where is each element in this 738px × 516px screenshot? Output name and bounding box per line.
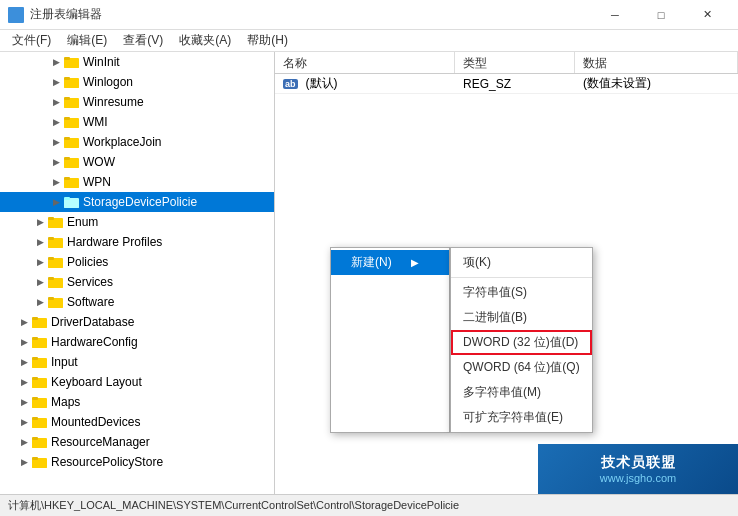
folder-icon xyxy=(64,175,80,189)
submenu-item-k[interactable]: 项(K) xyxy=(451,250,592,275)
tree-item-hardwareConfig[interactable]: ▶ HardwareConfig xyxy=(0,332,274,352)
new-menu-item[interactable]: 新建(N) ▶ xyxy=(331,250,449,275)
folder-icon xyxy=(64,135,80,149)
tree-item-maps[interactable]: ▶ Maps xyxy=(0,392,274,412)
tree-item-label: WPN xyxy=(83,175,111,189)
tree-panel: ▶ WinInit▶ Winlogon▶ Winresume▶ WMI▶ Wor… xyxy=(0,52,275,494)
context-menu-container: 新建(N) ▶ 项(K) 字符串值(S) 二进制值(B) DWORD (32 位… xyxy=(330,247,593,433)
expander-icon[interactable]: ▶ xyxy=(48,134,64,150)
svg-rect-33 xyxy=(48,237,54,240)
svg-rect-2 xyxy=(10,16,15,21)
svg-rect-8 xyxy=(64,80,79,88)
svg-rect-36 xyxy=(48,257,54,260)
maximize-button[interactable]: □ xyxy=(638,0,684,30)
tree-item-wmi[interactable]: ▶ WMI xyxy=(0,112,274,132)
tree-item-label: Enum xyxy=(67,215,98,229)
expander-icon[interactable]: ▶ xyxy=(16,354,32,370)
minimize-button[interactable]: ─ xyxy=(592,0,638,30)
tree-item-label: WorkplaceJoin xyxy=(83,135,161,149)
tree-item-winresume[interactable]: ▶ Winresume xyxy=(0,92,274,112)
submenu-item-e[interactable]: 可扩充字符串值(E) xyxy=(451,405,592,430)
folder-icon xyxy=(64,75,80,89)
expander-icon[interactable]: ▶ xyxy=(32,294,48,310)
col-header-data: 数据 xyxy=(575,52,738,73)
expander-icon[interactable]: ▶ xyxy=(48,154,64,170)
expander-icon[interactable]: ▶ xyxy=(32,274,48,290)
svg-rect-65 xyxy=(32,460,47,468)
tree-item-label: Winlogon xyxy=(83,75,133,89)
folder-icon xyxy=(48,295,64,309)
list-row[interactable]: ab(默认)REG_SZ(数值未设置) xyxy=(275,74,738,94)
expander-icon[interactable]: ▶ xyxy=(16,394,32,410)
tree-item-label: Policies xyxy=(67,255,108,269)
menu-help[interactable]: 帮助(H) xyxy=(239,30,296,51)
tree-item-winInit[interactable]: ▶ WinInit xyxy=(0,52,274,72)
tree-item-label: DriverDatabase xyxy=(51,315,134,329)
folder-icon xyxy=(32,415,48,429)
tree-item-winlogon[interactable]: ▶ Winlogon xyxy=(0,72,274,92)
tree-item-wpn[interactable]: ▶ WPN xyxy=(0,172,274,192)
tree-item-services[interactable]: ▶ Services xyxy=(0,272,274,292)
new-label: 新建(N) xyxy=(351,254,392,271)
tree-item-policies[interactable]: ▶ Policies xyxy=(0,252,274,272)
submenu-item-s[interactable]: 字符串值(S) xyxy=(451,280,592,305)
submenu-item-q[interactable]: QWORD (64 位)值(Q) xyxy=(451,355,592,380)
expander-icon[interactable]: ▶ xyxy=(16,374,32,390)
svg-rect-0 xyxy=(10,9,15,14)
expander-icon[interactable]: ▶ xyxy=(16,334,32,350)
tree-item-mountedDevices[interactable]: ▶ MountedDevices xyxy=(0,412,274,432)
menu-file[interactable]: 文件(F) xyxy=(4,30,59,51)
submenu-item-b[interactable]: 二进制值(B) xyxy=(451,305,592,330)
svg-rect-1 xyxy=(17,9,22,14)
expander-icon[interactable]: ▶ xyxy=(48,174,64,190)
svg-rect-60 xyxy=(32,417,38,420)
title-bar: 注册表编辑器 ─ □ ✕ xyxy=(0,0,738,30)
cell-type: REG_SZ xyxy=(455,75,575,93)
svg-rect-39 xyxy=(48,277,54,280)
tree-item-software[interactable]: ▶ Software xyxy=(0,292,274,312)
expander-icon[interactable]: ▶ xyxy=(32,254,48,270)
tree-item-hardwareProfiles[interactable]: ▶ Hardware Profiles xyxy=(0,232,274,252)
tree-item-resourceManager[interactable]: ▶ ResourceManager xyxy=(0,432,274,452)
tree-item-input[interactable]: ▶ Input xyxy=(0,352,274,372)
expander-icon[interactable]: ▶ xyxy=(48,94,64,110)
expander-icon[interactable]: ▶ xyxy=(48,194,64,210)
svg-rect-45 xyxy=(32,317,38,320)
svg-rect-15 xyxy=(64,117,70,120)
svg-rect-59 xyxy=(32,420,47,428)
expander-icon[interactable]: ▶ xyxy=(32,234,48,250)
folder-icon xyxy=(32,335,48,349)
tree-item-storageDevicePolicies[interactable]: ▶ StorageDevicePolicie xyxy=(0,192,274,212)
svg-rect-44 xyxy=(32,320,47,328)
expander-icon[interactable]: ▶ xyxy=(32,214,48,230)
expander-icon[interactable]: ▶ xyxy=(16,414,32,430)
svg-rect-54 xyxy=(32,377,38,380)
tree-item-enum[interactable]: ▶ Enum xyxy=(0,212,274,232)
expander-icon[interactable]: ▶ xyxy=(48,114,64,130)
close-button[interactable]: ✕ xyxy=(684,0,730,30)
tree-scroll[interactable]: ▶ WinInit▶ Winlogon▶ Winresume▶ WMI▶ Wor… xyxy=(0,52,274,494)
tree-item-driverDatabase[interactable]: ▶ DriverDatabase xyxy=(0,312,274,332)
menu-edit[interactable]: 编辑(E) xyxy=(59,30,115,51)
col-header-name: 名称 xyxy=(275,52,455,73)
tree-item-resourcePolicyStore[interactable]: ▶ ResourcePolicyStore xyxy=(0,452,274,472)
menu-favorites[interactable]: 收藏夹(A) xyxy=(171,30,239,51)
tree-item-wow[interactable]: ▶ WOW xyxy=(0,152,274,172)
expander-icon[interactable]: ▶ xyxy=(48,54,64,70)
expander-icon[interactable]: ▶ xyxy=(16,314,32,330)
folder-icon xyxy=(48,255,64,269)
expander-icon[interactable]: ▶ xyxy=(48,74,64,90)
tree-item-label: MountedDevices xyxy=(51,415,140,429)
svg-rect-6 xyxy=(64,57,70,60)
tree-item-workplaceJoin[interactable]: ▶ WorkplaceJoin xyxy=(0,132,274,152)
menu-view[interactable]: 查看(V) xyxy=(115,30,171,51)
svg-rect-29 xyxy=(48,220,63,228)
expander-icon[interactable]: ▶ xyxy=(16,434,32,450)
submenu-item-d[interactable]: DWORD (32 位)值(D) xyxy=(451,330,592,355)
folder-icon xyxy=(64,55,80,69)
tree-item-keyboardLayout[interactable]: ▶ Keyboard Layout xyxy=(0,372,274,392)
new-menu: 新建(N) ▶ xyxy=(330,247,450,433)
submenu-item-m[interactable]: 多字符串值(M) xyxy=(451,380,592,405)
submenu-arrow-icon: ▶ xyxy=(411,257,419,268)
expander-icon[interactable]: ▶ xyxy=(16,454,32,470)
